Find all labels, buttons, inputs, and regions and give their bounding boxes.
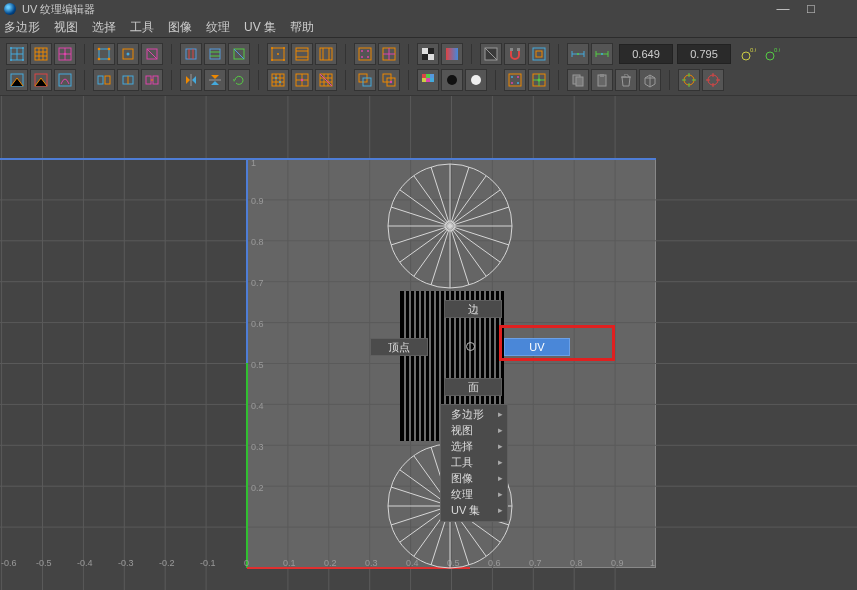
readout-u[interactable]: 0.649 xyxy=(619,44,673,64)
gradient-icon[interactable] xyxy=(441,43,463,65)
circle-black-icon[interactable] xyxy=(441,69,463,91)
svg-rect-37 xyxy=(320,48,332,60)
planar-y-icon[interactable] xyxy=(204,43,226,65)
toolbar-row-1: 0.649 0.795 0.0 0.0 xyxy=(4,41,853,67)
trash-icon[interactable] xyxy=(615,69,637,91)
grid-b-icon[interactable] xyxy=(291,69,313,91)
svg-text:0.0: 0.0 xyxy=(774,47,780,53)
svg-rect-49 xyxy=(422,54,428,60)
svg-point-41 xyxy=(361,50,363,52)
menu-tools[interactable]: 工具 xyxy=(130,19,154,36)
svg-rect-48 xyxy=(428,48,434,54)
cyl-y-icon[interactable] xyxy=(291,43,313,65)
minimize-button[interactable]: — xyxy=(769,2,797,16)
dim-u-icon[interactable] xyxy=(567,43,589,65)
marking-menu-edge[interactable]: 边 xyxy=(444,300,502,318)
planar-z-icon[interactable] xyxy=(228,43,250,65)
sew-icon[interactable] xyxy=(117,69,139,91)
target-b-icon[interactable] xyxy=(702,69,724,91)
flip-v-icon[interactable] xyxy=(204,69,226,91)
svg-point-18 xyxy=(108,48,111,51)
marking-menu-face[interactable]: 面 xyxy=(444,378,502,396)
relax-icon[interactable] xyxy=(30,69,52,91)
svg-point-91 xyxy=(511,76,513,78)
svg-rect-86 xyxy=(426,78,430,82)
copy-icon[interactable] xyxy=(567,69,589,91)
cut-icon[interactable] xyxy=(93,69,115,91)
svg-point-31 xyxy=(271,59,273,61)
menu-uvset[interactable]: UV 集 xyxy=(244,19,276,36)
exp-gear-icon[interactable]: 0.0 xyxy=(737,43,759,65)
svg-rect-46 xyxy=(422,48,428,54)
target-a-icon[interactable] xyxy=(678,69,700,91)
stack-a-icon[interactable] xyxy=(354,69,376,91)
submenu-texture[interactable]: 纹理 xyxy=(441,487,507,503)
svg-point-20 xyxy=(108,58,111,61)
menu-polygons[interactable]: 多边形 xyxy=(4,19,40,36)
svg-rect-55 xyxy=(536,51,542,57)
svg-text:0.4: 0.4 xyxy=(251,401,264,411)
dim-v-icon[interactable] xyxy=(591,43,613,65)
shade-icon[interactable] xyxy=(480,43,502,65)
menu-select[interactable]: 选择 xyxy=(92,19,116,36)
palette-icon[interactable] xyxy=(417,69,439,91)
svg-line-166 xyxy=(450,226,500,262)
svg-text:-0.4: -0.4 xyxy=(77,558,93,568)
svg-line-175 xyxy=(391,207,450,226)
lattice-orange-icon[interactable] xyxy=(30,43,52,65)
grid-mag-icon[interactable] xyxy=(54,43,76,65)
grid-cyan-icon[interactable] xyxy=(6,43,28,65)
submenu-image[interactable]: 图像 xyxy=(441,471,507,487)
submenu-polygons[interactable]: 多边形 xyxy=(441,407,507,423)
flip-u-icon[interactable] xyxy=(180,69,202,91)
svg-text:0.8: 0.8 xyxy=(570,558,583,568)
grid-c-icon[interactable] xyxy=(315,69,337,91)
optimize-icon[interactable] xyxy=(54,69,76,91)
marking-menu-vertex[interactable]: 顶点 xyxy=(370,338,428,356)
unfold-icon[interactable] xyxy=(6,69,28,91)
submenu-select[interactable]: 选择 xyxy=(441,439,507,455)
cube-icon[interactable] xyxy=(639,69,661,91)
submenu-uvset[interactable]: UV 集 xyxy=(441,503,507,519)
maximize-button[interactable]: □ xyxy=(797,2,825,16)
menu-texture[interactable]: 纹理 xyxy=(206,19,230,36)
readout-v[interactable]: 0.795 xyxy=(677,44,731,64)
viewport[interactable]: -0.6 -0.5 -0.4 -0.3 -0.2 -0.1 0 0.1 0.2 … xyxy=(0,96,857,590)
menu-help[interactable]: 帮助 xyxy=(290,19,314,36)
svg-point-44 xyxy=(367,56,369,58)
cyl-x-icon[interactable] xyxy=(267,43,289,65)
svg-rect-87 xyxy=(430,78,434,82)
paste-icon[interactable] xyxy=(591,69,613,91)
exp-gear2-icon[interactable]: 0.0 xyxy=(761,43,783,65)
menu-image[interactable]: 图像 xyxy=(168,19,192,36)
submenu-view[interactable]: 视图 xyxy=(441,423,507,439)
square-orange-icon[interactable] xyxy=(117,43,139,65)
submenu-tools[interactable]: 工具 xyxy=(441,455,507,471)
marking-menu-center xyxy=(466,342,475,351)
square-cyan-icon[interactable] xyxy=(93,43,115,65)
square-mag-icon[interactable] xyxy=(141,43,163,65)
snap-a-icon[interactable] xyxy=(504,69,526,91)
movecut-icon[interactable] xyxy=(141,69,163,91)
svg-point-17 xyxy=(98,48,101,51)
svg-text:0.7: 0.7 xyxy=(251,278,264,288)
grid-a-icon[interactable] xyxy=(267,69,289,91)
snap-b-icon[interactable] xyxy=(528,69,550,91)
svg-line-170 xyxy=(431,226,450,285)
svg-text:0.7: 0.7 xyxy=(529,558,542,568)
align-v-icon[interactable] xyxy=(378,43,400,65)
menu-view[interactable]: 视图 xyxy=(54,19,78,36)
checker-icon[interactable] xyxy=(417,43,439,65)
stack-b-icon[interactable] xyxy=(378,69,400,91)
svg-point-4 xyxy=(22,47,24,49)
planar-x-icon[interactable] xyxy=(180,43,202,65)
circle-white-icon[interactable] xyxy=(465,69,487,91)
svg-point-57 xyxy=(601,53,603,55)
cyl-z-icon[interactable] xyxy=(315,43,337,65)
bound-icon[interactable] xyxy=(528,43,550,65)
svg-line-167 xyxy=(450,226,486,276)
magnet-icon[interactable] xyxy=(504,43,526,65)
svg-point-88 xyxy=(447,75,457,85)
align-u-icon[interactable] xyxy=(354,43,376,65)
rotate-icon[interactable] xyxy=(228,69,250,91)
